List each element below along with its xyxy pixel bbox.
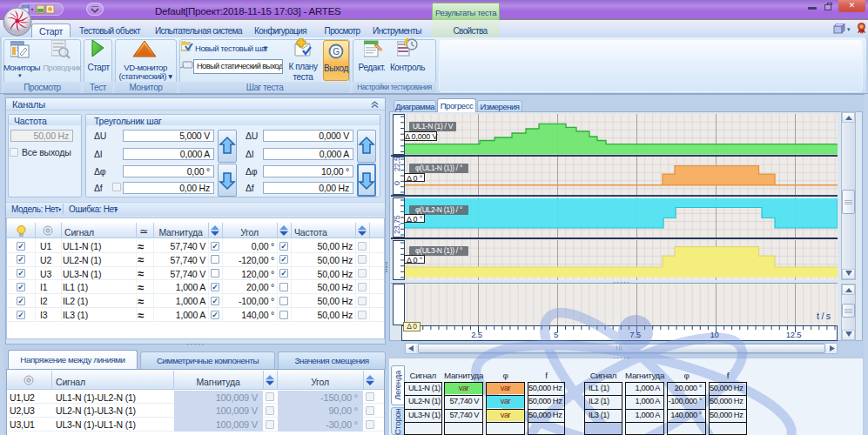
- svg-text:G: G: [333, 47, 340, 57]
